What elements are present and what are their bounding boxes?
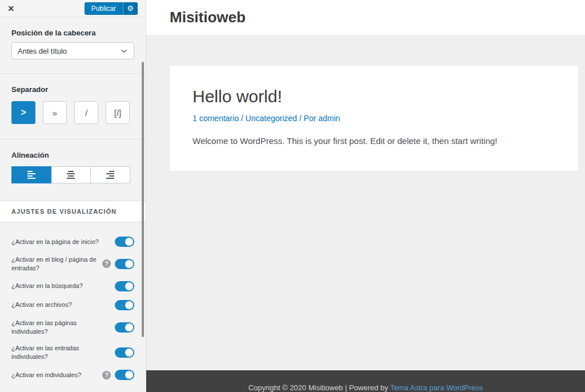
toggle-label: ¿Activar en archivos? [11,301,115,309]
align-left-icon [27,170,36,179]
header-position-label: Posición de la cabecera [11,29,134,37]
toggle-controls [115,347,134,358]
toggle-knob [125,323,133,331]
toggle-switch-archives[interactable] [115,300,134,310]
site-footer: Copyright © 2020 Misitioweb | Powered by… [146,370,585,392]
toggle-switch-posts[interactable] [115,347,134,358]
divider [0,73,146,74]
author-link[interactable]: admin [318,114,340,123]
customizer-sidebar: × Publicar ⚙ Posición de la cabecera Ant… [0,0,146,392]
toggle-controls [115,300,134,310]
toggle-switch-pages[interactable] [115,322,134,333]
toggle-row-posts: ¿Activar en las entradas individuales? [11,344,134,361]
post-card: Hello world! 1 comentario / Uncategorize… [170,66,578,171]
post-body-text: Welcome to WordPress. This is your first… [193,135,555,148]
toggle-knob [125,371,133,379]
align-right-icon [106,170,115,179]
theme-link[interactable]: Tema Astra para WordPress [390,383,483,392]
toggle-controls [115,322,134,333]
toggle-list: ¿Activar en la página de inicio? ¿Activa… [0,222,146,380]
customizer-window: × Publicar ⚙ Posición de la cabecera Ant… [0,0,585,392]
toggle-knob [125,238,133,246]
publish-settings-button[interactable]: ⚙ [123,2,138,15]
close-icon: × [8,3,14,14]
alignment-options [11,166,134,183]
toggle-label: ¿Activar en la página de inicio? [11,238,115,246]
toggle-label: ¿Activar en el blog / página de entradas… [11,255,102,273]
toggle-label: ¿Activar en individuales? [11,371,102,379]
footer-copyright-text: Copyright © 2020 Misitioweb | Powered by [249,383,390,392]
separator-section: Separador > » / [/] [0,85,146,124]
gear-icon: ⚙ [127,4,134,13]
align-right-button[interactable] [90,166,130,183]
publish-group: Publicar ⚙ [85,2,138,15]
separator-options: > » / [/] [11,101,134,124]
header-position-value: Antes del título [18,47,67,55]
separator-option-chevron[interactable]: > [11,101,35,124]
align-center-icon [66,170,75,179]
help-icon[interactable]: ? [102,259,111,268]
align-center-button[interactable] [51,166,91,183]
toggle-label: ¿Activar en la búsqueda? [11,282,115,290]
display-settings-section-header[interactable]: AJUSTES DE VISUALIZACIÓN [0,201,146,222]
sidebar-scrollbar[interactable] [142,62,144,337]
toggle-row-singles: ¿Activar en individuales? ? [11,370,134,380]
site-preview: Misitioweb Hello world! 1 comentario / U… [146,0,585,392]
toggle-switch-home[interactable] [115,237,134,247]
header-position-section: Posición de la cabecera Antes del título [0,29,146,59]
toggle-switch-blog[interactable] [115,259,134,269]
chevron-down-icon [120,47,128,55]
toggle-row-search: ¿Activar en la búsqueda? [11,281,134,291]
toggle-label: ¿Activar en las entradas individuales? [11,344,115,361]
comments-link[interactable]: 1 comentario [193,114,239,123]
toggle-controls [115,281,134,291]
site-title-link[interactable]: Misitioweb [170,9,246,26]
meta-separator: / Por [297,114,318,123]
toggle-switch-singles[interactable] [115,370,134,380]
help-icon[interactable]: ? [102,371,111,379]
toggle-knob [125,301,133,309]
alignment-section: Alineación [0,151,146,183]
separator-option-slash[interactable]: / [74,101,98,124]
alignment-label: Alineación [11,151,134,159]
separator-option-double-chevron[interactable]: » [43,101,67,124]
toggle-label: ¿Activar en las páginas individuales? [11,319,115,336]
close-customizer-button[interactable]: × [6,3,17,14]
toggle-controls: ? [102,259,134,269]
separator-option-bracket-slash[interactable]: [/] [106,101,130,124]
toggle-row-archives: ¿Activar en archivos? [11,300,134,310]
site-header: Misitioweb [146,0,585,35]
toggle-row-home: ¿Activar en la página de inicio? [11,237,134,247]
post-title: Hello world! [193,87,555,106]
toggle-knob [125,260,133,268]
toggle-controls [115,237,134,247]
toggle-row-pages: ¿Activar en las páginas individuales? [11,319,134,336]
customizer-topbar: × Publicar ⚙ [0,0,146,17]
post-meta: 1 comentario / Uncategorized / Por admin [193,114,555,123]
toggle-controls: ? [102,370,134,380]
header-position-select[interactable]: Antes del título [11,42,134,59]
toggle-knob [125,282,133,290]
toggle-row-blog: ¿Activar en el blog / página de entradas… [11,255,134,273]
toggle-knob [125,349,133,357]
meta-separator: / [239,114,246,123]
category-link[interactable]: Uncategorized [246,114,297,123]
align-left-button[interactable] [11,166,51,183]
publish-button[interactable]: Publicar [85,2,123,15]
divider [0,139,146,139]
separator-label: Separador [11,85,134,94]
toggle-switch-search[interactable] [115,281,134,291]
